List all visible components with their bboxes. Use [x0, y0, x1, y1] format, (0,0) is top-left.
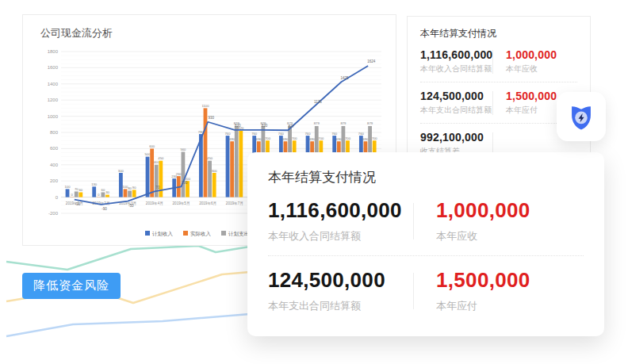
- svg-text:计划收入: 计划收入: [152, 231, 174, 236]
- svg-text:-200: -200: [48, 211, 59, 216]
- balance-value: 992,100,000: [420, 131, 492, 144]
- svg-text:100: 100: [65, 185, 71, 189]
- svg-text:690: 690: [309, 137, 316, 141]
- dotted-divider: [420, 82, 577, 82]
- popup-receivable-label: 本年应收: [436, 229, 584, 243]
- svg-text:计划支出: 计划支出: [228, 231, 249, 237]
- popup-expense-settlement-label: 本年支出合同结算额: [268, 299, 413, 313]
- svg-text:760: 760: [331, 132, 338, 136]
- expense-settlement-value: 124,500,000: [420, 90, 492, 102]
- svg-text:800: 800: [50, 130, 59, 135]
- svg-text:90: 90: [132, 186, 136, 190]
- svg-text:-50: -50: [128, 204, 134, 208]
- popup-row-income: 1,116,600,000 本年收入合同结算额 1,000,000 本年应收: [247, 188, 604, 254]
- svg-text:300: 300: [212, 169, 218, 173]
- svg-text:-30: -30: [75, 202, 81, 206]
- svg-text:70: 70: [75, 187, 78, 191]
- svg-text:600: 600: [50, 146, 59, 151]
- svg-text:70: 70: [155, 186, 160, 190]
- svg-text:690: 690: [282, 137, 289, 141]
- svg-text:690: 690: [229, 137, 236, 141]
- settlement-popup: 本年结算支付情况 1,116,600,000 本年收入合同结算额 1,000,0…: [247, 152, 604, 336]
- svg-text:60: 60: [78, 188, 82, 192]
- popup-title: 本年结算支付情况: [247, 152, 604, 188]
- popup-income-settlement-value: 1,116,600,000: [268, 198, 413, 223]
- svg-text:560: 560: [180, 148, 186, 151]
- svg-text:700: 700: [292, 136, 298, 140]
- svg-text:830: 830: [235, 124, 241, 128]
- popup-row-expense: 124,500,000 本年支出合同结算额 1,500,000 本年应付: [247, 258, 604, 324]
- svg-text:1200: 1200: [48, 98, 59, 102]
- svg-text:200: 200: [50, 178, 59, 183]
- income-settlement-value: 1,116,600,000: [420, 48, 492, 61]
- svg-text:930: 930: [208, 116, 214, 120]
- svg-text:1600: 1600: [48, 65, 59, 70]
- svg-text:690: 690: [362, 137, 369, 141]
- svg-text:879: 879: [314, 121, 320, 125]
- svg-text:500: 500: [145, 152, 151, 156]
- svg-text:130: 130: [91, 182, 98, 186]
- svg-text:879: 879: [367, 121, 373, 125]
- svg-text:260: 260: [176, 172, 182, 176]
- svg-text:1425: 1425: [340, 76, 349, 80]
- svg-text:30: 30: [105, 190, 109, 194]
- svg-text:760: 760: [278, 132, 285, 136]
- popup-expense-settlement-value: 124,500,000: [268, 268, 413, 293]
- svg-text:0: 0: [98, 193, 100, 197]
- svg-text:1800: 1800: [48, 49, 59, 54]
- svg-text:130: 130: [182, 181, 188, 185]
- svg-text:80: 80: [128, 186, 132, 190]
- svg-text:600: 600: [149, 144, 155, 148]
- svg-text:690: 690: [336, 137, 343, 141]
- svg-text:760: 760: [225, 132, 232, 136]
- popup-receivable-value: 1,000,000: [436, 198, 584, 223]
- settlement-panel-title: 本年结算支付情况: [408, 17, 590, 44]
- svg-text:700: 700: [318, 136, 324, 140]
- svg-text:760: 760: [251, 132, 258, 136]
- cashflow-card-title: 公司现金流分析: [40, 26, 113, 40]
- svg-text:1000: 1000: [48, 114, 59, 119]
- receivable-label: 本年应收: [506, 63, 577, 75]
- dashboard-page: 公司现金流分析 -2000200400600800100012001400160…: [0, 0, 628, 364]
- svg-text:450: 450: [207, 156, 213, 160]
- svg-text:450: 450: [158, 156, 164, 160]
- svg-text:1126: 1126: [314, 100, 322, 104]
- dotted-divider: [420, 123, 577, 124]
- svg-text:0: 0: [56, 195, 59, 200]
- shield-lightning-icon: [564, 99, 599, 134]
- svg-text:827: 827: [288, 125, 294, 128]
- receivable-value: 1,000,000: [506, 48, 577, 61]
- reduce-risk-tag[interactable]: 降低资金风险: [22, 273, 121, 299]
- svg-text:690: 690: [256, 137, 262, 141]
- svg-text:-90: -90: [101, 207, 107, 211]
- svg-text:760: 760: [305, 132, 312, 136]
- svg-text:300: 300: [118, 169, 124, 173]
- income-settlement-label: 本年收入合同结算额: [420, 63, 492, 75]
- svg-text:0: 0: [71, 193, 73, 197]
- dotted-divider: [268, 255, 584, 256]
- svg-text:1100: 1100: [201, 104, 209, 108]
- svg-text:1624: 1624: [367, 59, 376, 63]
- security-shield-button[interactable]: [557, 92, 606, 141]
- svg-text:60: 60: [101, 188, 105, 192]
- svg-text:400: 400: [154, 160, 160, 164]
- popup-income-settlement-label: 本年收入合同结算额: [268, 229, 413, 243]
- svg-text:700: 700: [345, 136, 351, 140]
- svg-text:830: 830: [262, 124, 268, 128]
- panel-row-income: 1,116,600,000 本年收入合同结算额 1,000,000 本年应收: [408, 44, 590, 79]
- svg-text:400: 400: [50, 163, 59, 167]
- svg-text:700: 700: [265, 136, 271, 140]
- teal-line: [6, 246, 250, 270]
- blue-line: [6, 314, 250, 336]
- svg-text:1400: 1400: [48, 82, 59, 86]
- expense-settlement-label: 本年支出合同结算额: [420, 105, 492, 116]
- popup-payable-label: 本年应付: [436, 299, 584, 313]
- popup-payable-value: 1,500,000: [436, 268, 584, 293]
- svg-text:760: 760: [358, 132, 365, 136]
- svg-text:实际收入: 实际收入: [190, 231, 212, 237]
- svg-text:700: 700: [372, 136, 378, 140]
- svg-text:879: 879: [340, 121, 347, 125]
